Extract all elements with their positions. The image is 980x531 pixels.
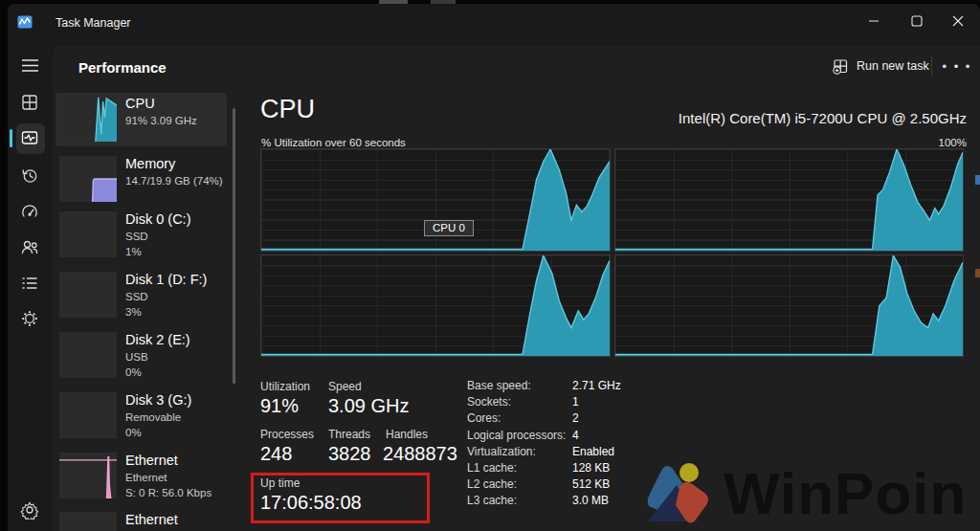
item-title: Disk 0 (C:): [125, 210, 225, 229]
maximize-button[interactable]: [895, 4, 939, 38]
run-new-task-button[interactable]: Run new task: [823, 53, 939, 79]
detail-label: L1 cache:: [467, 460, 572, 476]
cpu-model-name: Intel(R) Core(TM) i5-7200U CPU @ 2.50GHz: [679, 110, 967, 126]
item-title: Ethernet: [125, 451, 225, 470]
sidebar-scrollbar[interactable]: [233, 108, 235, 384]
run-new-task-label: Run new task: [857, 59, 929, 73]
processes-icon: [20, 93, 39, 112]
perf-list-item-memory[interactable]: Memory 14.7/19.9 GB (74%): [56, 153, 227, 208]
detail-label: L2 cache:: [467, 476, 572, 493]
detail-value: 3.0 MB: [572, 494, 609, 507]
disk3-mini-graph: [59, 392, 117, 438]
perf-list-item-disk0[interactable]: Disk 0 (C:) SSD 1%: [56, 209, 227, 268]
task-manager-app-icon: [17, 14, 33, 30]
item-subtitle: 91% 3.09 GHz: [125, 113, 225, 128]
processes-label: Processes: [260, 428, 314, 441]
cpu-core1-graph[interactable]: [614, 148, 964, 252]
perf-list-item-disk1[interactable]: Disk 1 (D: F:) SSD 3%: [56, 269, 227, 328]
processes-value: 248: [260, 443, 292, 465]
sidebar-item-services[interactable]: [9, 303, 51, 334]
utilization-label: Utilization: [260, 380, 310, 393]
item-title: Disk 2 (E:): [125, 330, 225, 349]
page-title: Performance: [78, 59, 167, 76]
detail-value: 2.71 GHz: [572, 379, 621, 392]
item-subtitle2: 0%: [125, 365, 225, 380]
edge-artifact: [975, 269, 980, 277]
handles-label: Handles: [386, 428, 428, 441]
cpu-core2-graph[interactable]: [260, 254, 611, 357]
item-subtitle: Removable: [125, 409, 225, 425]
perf-list-item-disk2[interactable]: Disk 2 (E:) USB 0%: [56, 329, 227, 388]
sidebar-item-performance[interactable]: [9, 122, 51, 153]
cpu0-tooltip: CPU 0: [424, 220, 474, 236]
cpu-core3-graph[interactable]: [614, 254, 964, 357]
ellipsis-icon: • • •: [943, 59, 972, 74]
detail-value: 4: [572, 429, 579, 442]
perf-list-item-disk3[interactable]: Disk 3 (G:) Removable 0%: [56, 389, 227, 449]
more-options-button[interactable]: • • •: [941, 53, 973, 79]
item-subtitle2: S: 0 R: 56.0 Kbps: [125, 485, 225, 500]
detail-label: L3 cache:: [467, 493, 572, 509]
detail-label: Cores:: [467, 410, 572, 427]
sidebar-item-users[interactable]: [9, 232, 51, 262]
item-title: Disk 1 (D: F:): [125, 270, 225, 289]
item-subtitle: USB: [125, 349, 225, 365]
speed-label: Speed: [328, 380, 362, 393]
chart-max-label: 100%: [939, 137, 967, 148]
startup-apps-icon: [20, 202, 39, 221]
sidebar-item-processes[interactable]: [9, 87, 51, 118]
details-icon: [20, 274, 39, 293]
ethernet2-mini-graph: [59, 512, 117, 531]
detail-label: Base speed:: [467, 378, 572, 394]
detail-label: Logical processors:: [467, 428, 572, 444]
sidebar-item-app-history[interactable]: [9, 160, 51, 190]
disk1-mini-graph: [59, 272, 117, 318]
close-button[interactable]: [935, 4, 980, 38]
item-title: Ethernet: [125, 510, 225, 529]
uptime-highlight-annotation: [251, 473, 430, 523]
detail-value: Enabled: [572, 445, 614, 458]
cpu-mini-graph: [59, 96, 117, 142]
item-subtitle2: 3%: [125, 304, 225, 320]
item-subtitle: SSD: [125, 229, 225, 244]
detail-value: 1: [572, 395, 579, 409]
item-title: Memory: [125, 154, 225, 173]
chart-caption: % Utilization over 60 seconds: [261, 137, 406, 148]
settings-button[interactable]: [9, 495, 51, 525]
detail-row: Logical processors:4: [467, 428, 621, 444]
sidebar-item-startup-apps[interactable]: [9, 196, 51, 227]
detail-row: L2 cache:512 KB: [467, 476, 621, 493]
detail-row: L3 cache:3.0 MB: [467, 493, 621, 509]
utilization-value: 91%: [260, 395, 299, 417]
cpu-section-title: CPU: [260, 95, 315, 124]
sidebar-item-details[interactable]: [9, 268, 51, 299]
navigation-menu-button[interactable]: [9, 50, 51, 80]
speed-value: 3.09 GHz: [328, 395, 409, 417]
detail-value: 512 KB: [572, 477, 610, 491]
detail-row: Virtualization:Enabled: [467, 444, 621, 460]
memory-mini-graph: [59, 156, 117, 202]
services-icon: [20, 309, 39, 328]
detail-row: Cores:2: [467, 410, 621, 427]
item-title: CPU: [125, 94, 225, 113]
perf-list-item-ethernet[interactable]: Ethernet Ethernet S: 0 R: 56.0 Kbps: [56, 450, 227, 507]
detail-row: Sockets:1: [467, 394, 621, 410]
app-history-icon: [20, 166, 39, 185]
threads-value: 3828: [328, 443, 371, 465]
minimize-button[interactable]: [852, 4, 896, 38]
item-subtitle2: 0%: [125, 425, 225, 440]
perf-list-item-cpu[interactable]: CPU 91% 3.09 GHz: [56, 93, 227, 146]
detail-value: 128 KB: [572, 461, 610, 475]
perf-list-item-ethernet2[interactable]: Ethernet: [56, 509, 227, 531]
toolbar-separator: [931, 56, 932, 76]
new-task-icon: [833, 58, 849, 75]
window-title: Task Manager: [56, 16, 131, 30]
hamburger-icon: [22, 59, 38, 72]
cpu-details-list: Base speed:2.71 GHz Sockets:1 Cores:2 Lo…: [467, 378, 621, 510]
item-subtitle2: 1%: [125, 244, 225, 259]
detail-row: Base speed:2.71 GHz: [467, 378, 621, 394]
handles-value: 2488873: [383, 443, 457, 465]
item-subtitle: 14.7/19.9 GB (74%): [125, 173, 225, 188]
performance-icon: [20, 128, 39, 147]
item-subtitle: SSD: [125, 289, 225, 304]
